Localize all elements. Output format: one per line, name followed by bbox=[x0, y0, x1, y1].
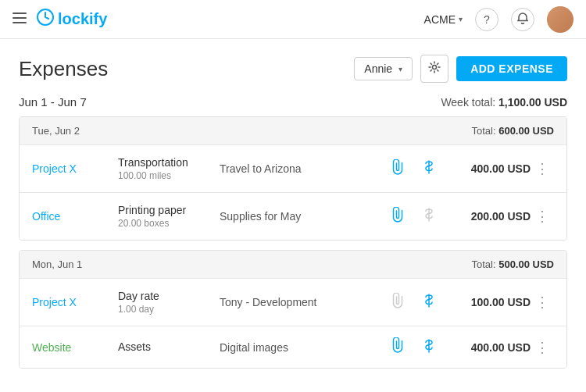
page-controls: Annie ▾ ADD EXPENSE bbox=[354, 55, 567, 83]
project-cell: Website bbox=[32, 341, 118, 354]
dollar-icon[interactable] bbox=[423, 163, 434, 176]
svg-rect-0 bbox=[13, 12, 27, 14]
category-name: Transportation bbox=[118, 156, 220, 169]
more-options-icon[interactable]: ⋮ bbox=[535, 208, 550, 224]
workspace-selector[interactable]: ACME ▾ bbox=[424, 13, 463, 26]
amount-cell: 100.00 USD bbox=[445, 296, 531, 308]
category-sub: 100.00 miles bbox=[118, 170, 220, 181]
logo: lockify bbox=[36, 8, 107, 31]
group-header-1: Mon, Jun 1 Total: 500.00 USD bbox=[20, 251, 566, 278]
category-sub: 20.00 boxes bbox=[118, 218, 220, 229]
amount-cell: 200.00 USD bbox=[445, 210, 531, 223]
dollar-icon[interactable] bbox=[423, 211, 434, 224]
app-header: lockify ACME ▾ ? bbox=[0, 0, 586, 39]
group-total-0: Total: 600.00 USD bbox=[471, 125, 554, 137]
svg-rect-2 bbox=[13, 22, 27, 23]
header-right: ACME ▾ ? bbox=[424, 6, 573, 33]
more-options-icon[interactable]: ⋮ bbox=[535, 294, 550, 310]
description-cell: Tony - Development bbox=[220, 296, 382, 308]
expense-row-1-0: Project X Day rate 1.00 day Tony - Devel… bbox=[20, 278, 566, 326]
project-link[interactable]: Website bbox=[32, 341, 71, 354]
question-mark-icon: ? bbox=[484, 13, 490, 26]
billable-cell[interactable] bbox=[413, 294, 445, 311]
category-name: Assets bbox=[118, 340, 220, 353]
project-link[interactable]: Project X bbox=[32, 296, 77, 308]
group-total-value-0: 600.00 USD bbox=[498, 125, 554, 137]
gear-icon bbox=[428, 61, 441, 77]
add-expense-button[interactable]: ADD EXPENSE bbox=[456, 56, 567, 81]
user-filter-dropdown[interactable]: Annie ▾ bbox=[354, 57, 413, 80]
billable-cell[interactable] bbox=[413, 160, 445, 177]
header-left: lockify bbox=[13, 8, 107, 31]
hamburger-icon[interactable] bbox=[13, 11, 27, 27]
dollar-icon[interactable] bbox=[423, 342, 434, 355]
paperclip-icon[interactable] bbox=[391, 162, 404, 178]
avatar-image bbox=[547, 6, 573, 33]
page-header: Expenses Annie ▾ ADD EXPENSE bbox=[19, 55, 567, 83]
main-content: Expenses Annie ▾ ADD EXPENSE Jun 1 - Jun… bbox=[0, 39, 586, 392]
dollar-icon[interactable] bbox=[423, 297, 434, 310]
group-header-0: Tue, Jun 2 Total: 600.00 USD bbox=[20, 117, 566, 144]
help-button[interactable]: ? bbox=[475, 8, 498, 31]
description-cell: Supplies for May bbox=[220, 210, 382, 223]
description-cell: Travel to Arizona bbox=[220, 162, 382, 175]
category-cell: Assets bbox=[118, 340, 220, 355]
amount-cell: 400.00 USD bbox=[445, 341, 531, 354]
paperclip-icon[interactable] bbox=[391, 340, 404, 356]
project-link[interactable]: Office bbox=[32, 210, 60, 223]
category-cell: Transportation 100.00 miles bbox=[118, 156, 220, 181]
chevron-down-icon: ▾ bbox=[398, 65, 402, 73]
logo-icon bbox=[36, 8, 55, 31]
project-cell: Project X bbox=[32, 296, 118, 308]
row-menu[interactable]: ⋮ bbox=[531, 208, 554, 225]
category-name: Day rate bbox=[118, 290, 220, 302]
category-sub: 1.00 day bbox=[118, 304, 220, 315]
paperclip-icon[interactable] bbox=[391, 296, 404, 312]
paperclip-icon[interactable] bbox=[391, 210, 404, 226]
category-cell: Day rate 1.00 day bbox=[118, 290, 220, 315]
amount-cell: 400.00 USD bbox=[445, 162, 531, 175]
more-options-icon[interactable]: ⋮ bbox=[535, 161, 550, 176]
logo-text: lockify bbox=[58, 10, 107, 28]
user-avatar[interactable] bbox=[547, 6, 573, 33]
settings-button[interactable] bbox=[420, 55, 448, 83]
project-cell: Office bbox=[32, 210, 118, 223]
group-total-1: Total: 500.00 USD bbox=[471, 258, 554, 270]
notifications-button[interactable] bbox=[511, 8, 534, 31]
bell-icon bbox=[517, 12, 528, 27]
date-range-row: Jun 1 - Jun 7 Week total: 1,100.00 USD bbox=[19, 95, 567, 109]
week-total: Week total: 1,100.00 USD bbox=[441, 96, 567, 109]
expense-row-0-1: Office Printing paper 20.00 boxes Suppli… bbox=[20, 192, 566, 240]
expense-group-1: Mon, Jun 1 Total: 500.00 USD Project X D… bbox=[19, 250, 567, 369]
group-date-1: Mon, Jun 1 bbox=[32, 258, 82, 270]
billable-cell[interactable] bbox=[413, 339, 445, 356]
row-menu[interactable]: ⋮ bbox=[531, 339, 554, 356]
workspace-label: ACME bbox=[424, 13, 456, 26]
group-date-0: Tue, Jun 2 bbox=[32, 125, 80, 137]
more-options-icon[interactable]: ⋮ bbox=[535, 340, 550, 355]
attachment-cell[interactable] bbox=[382, 293, 413, 312]
attachment-cell[interactable] bbox=[382, 337, 413, 357]
expense-group-0: Tue, Jun 2 Total: 600.00 USD Project X T… bbox=[19, 116, 567, 241]
date-range: Jun 1 - Jun 7 bbox=[19, 95, 87, 109]
chevron-down-icon: ▾ bbox=[459, 15, 463, 23]
category-name: Printing paper bbox=[118, 204, 220, 216]
project-cell: Project X bbox=[32, 162, 118, 175]
attachment-cell[interactable] bbox=[382, 207, 413, 226]
expense-row-1-1: Website Assets Digital images bbox=[20, 326, 566, 368]
row-menu[interactable]: ⋮ bbox=[531, 160, 554, 177]
svg-rect-1 bbox=[13, 17, 27, 19]
expense-row-0-0: Project X Transportation 100.00 miles Tr… bbox=[20, 144, 566, 192]
attachment-cell[interactable] bbox=[382, 159, 413, 179]
row-menu[interactable]: ⋮ bbox=[531, 294, 554, 311]
description-cell: Digital images bbox=[220, 341, 382, 354]
svg-point-4 bbox=[433, 66, 437, 69]
billable-cell[interactable] bbox=[413, 208, 445, 225]
category-cell: Printing paper 20.00 boxes bbox=[118, 204, 220, 229]
project-link[interactable]: Project X bbox=[32, 162, 77, 175]
user-filter-label: Annie bbox=[364, 62, 392, 75]
page-title: Expenses bbox=[19, 57, 108, 81]
week-total-value: 1,100.00 USD bbox=[498, 96, 567, 109]
group-total-value-1: 500.00 USD bbox=[498, 258, 554, 270]
